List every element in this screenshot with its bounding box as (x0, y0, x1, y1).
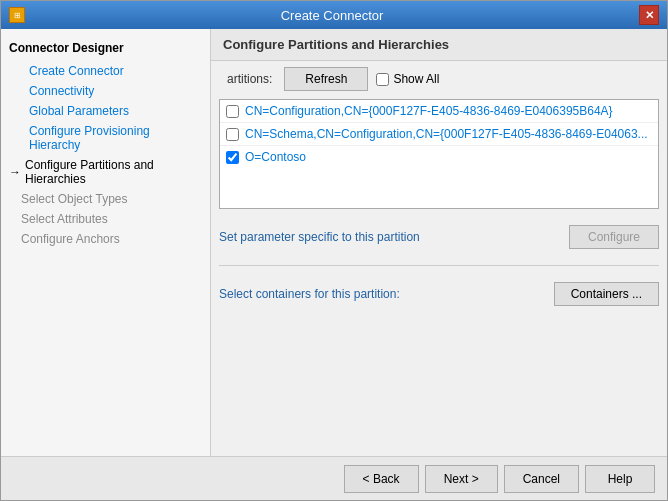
partition-label-2: CN=Schema,CN=Configuration,CN={000F127F-… (245, 127, 648, 141)
partition-list: CN=Configuration,CN={000F127F-E405-4836-… (219, 99, 659, 209)
partitions-tab-label: artitions: (219, 68, 280, 90)
sidebar-item-configure-anchors: Configure Anchors (1, 229, 210, 249)
app-icon: ⊞ (9, 7, 25, 23)
window-title: Create Connector (25, 8, 639, 23)
help-button[interactable]: Help (585, 465, 655, 493)
partition-label-3: O=Contoso (245, 150, 306, 164)
content-area: Connector Designer Create Connector Conn… (1, 29, 667, 456)
param-label: Set parameter specific to this partition (219, 230, 420, 244)
main-window: ⊞ Create Connector ✕ Connector Designer … (0, 0, 668, 501)
containers-param-row: Select containers for this partition: Co… (219, 282, 659, 306)
divider (219, 265, 659, 266)
middle-section: Set parameter specific to this partition… (219, 225, 659, 306)
sidebar: Connector Designer Create Connector Conn… (1, 29, 211, 456)
show-all-label: Show All (393, 72, 439, 86)
tab-bar: artitions: Refresh Show All (211, 61, 667, 91)
next-button[interactable]: Next > (425, 465, 498, 493)
bottom-bar: < Back Next > Cancel Help (1, 456, 667, 500)
containers-button[interactable]: Containers ... (554, 282, 659, 306)
close-button[interactable]: ✕ (639, 5, 659, 25)
back-button[interactable]: < Back (344, 465, 419, 493)
partition-checkbox-3[interactable] (226, 151, 239, 164)
title-bar: ⊞ Create Connector ✕ (1, 1, 667, 29)
main-content: Configure Partitions and Hierarchies art… (211, 29, 667, 456)
partition-checkbox-2[interactable] (226, 128, 239, 141)
sidebar-item-connectivity[interactable]: Connectivity (1, 81, 210, 101)
refresh-button[interactable]: Refresh (284, 67, 368, 91)
containers-label: Select containers for this partition: (219, 287, 400, 301)
sidebar-item-configure-partitions[interactable]: Configure Partitions and Hierarchies (1, 155, 210, 189)
sidebar-header: Connector Designer (1, 37, 210, 61)
sidebar-item-create-connector[interactable]: Create Connector (1, 61, 210, 81)
show-all-checkbox[interactable] (376, 73, 389, 86)
sidebar-item-configure-provisioning-hierarchy[interactable]: Configure Provisioning Hierarchy (1, 121, 210, 155)
sidebar-item-select-attributes: Select Attributes (1, 209, 210, 229)
partition-item-2[interactable]: CN=Schema,CN=Configuration,CN={000F127F-… (220, 123, 658, 146)
show-all-container: Show All (376, 72, 439, 86)
partition-item-1[interactable]: CN=Configuration,CN={000F127F-E405-4836-… (220, 100, 658, 123)
partition-item-3[interactable]: O=Contoso (220, 146, 658, 168)
main-panel-header: Configure Partitions and Hierarchies (211, 29, 667, 61)
sidebar-item-global-parameters[interactable]: Global Parameters (1, 101, 210, 121)
configure-button[interactable]: Configure (569, 225, 659, 249)
partition-checkbox-1[interactable] (226, 105, 239, 118)
cancel-button[interactable]: Cancel (504, 465, 579, 493)
configure-param-row: Set parameter specific to this partition… (219, 225, 659, 249)
partition-label-1: CN=Configuration,CN={000F127F-E405-4836-… (245, 104, 613, 118)
sidebar-item-select-object-types: Select Object Types (1, 189, 210, 209)
